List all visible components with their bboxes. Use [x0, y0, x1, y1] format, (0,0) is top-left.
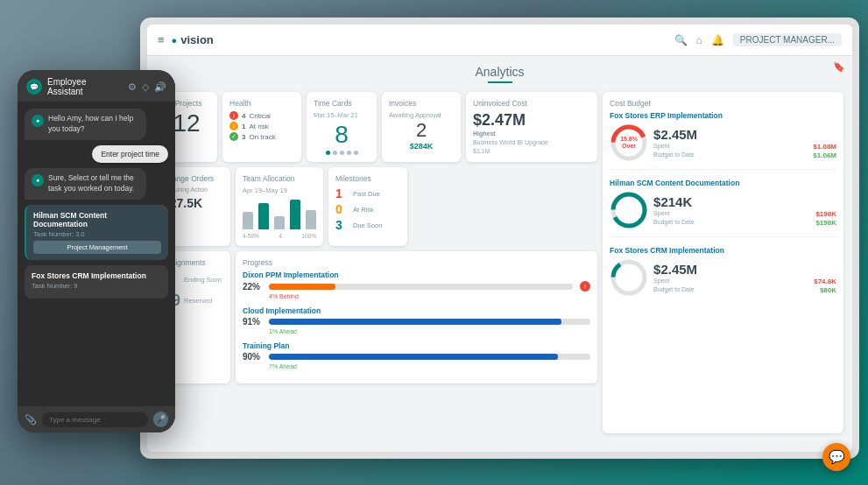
- progress-bar-bg: [269, 284, 573, 290]
- task-name-1: Hilman SCM Content Documentation: [33, 211, 161, 228]
- dot-nav: [314, 151, 370, 155]
- progress-pct: 22%: [243, 282, 265, 292]
- budget-amount: $2.45M: [653, 262, 836, 277]
- team-alloc-title: Team Allocation: [243, 174, 316, 183]
- row-bottom: Assignments 1 Ending Soon 19 Reserved: [156, 251, 597, 383]
- alloc-label-1: 4-50%: [243, 233, 259, 239]
- row-top: My Projects 12 Health ! 4 Critical: [156, 92, 597, 162]
- bookmark-icon[interactable]: 🔖: [833, 61, 845, 73]
- alloc-labels: 4-50% 4 100%: [243, 233, 316, 239]
- alloc-bar-5: [306, 210, 316, 229]
- budget-btd-line: Budget to Date $1.06M: [653, 151, 836, 159]
- bookmark-icon-chat[interactable]: ◇: [142, 81, 149, 93]
- progress-bar-fill: [269, 354, 558, 360]
- health-card: Health ! 4 Critical ! 1 At risk: [222, 92, 301, 162]
- budget-proj-name: Hilman SCM Content Documentation: [610, 179, 836, 187]
- progress-item: Cloud Implementation 91% 1% Ahead: [243, 306, 590, 334]
- health-ontrack: ✓ 3 On track: [229, 132, 294, 141]
- team-alloc-date: Apr 19–May 19: [243, 186, 316, 194]
- home-icon[interactable]: ⌂: [696, 34, 702, 46]
- budget-projects: Fox Stores ERP Implementation 19.8% Over…: [610, 111, 836, 304]
- uninvoiced-card: Uninvoiced Cost $2.47M Highest Business …: [466, 92, 597, 162]
- progress-pct: 91%: [243, 317, 265, 327]
- budget-numbers: $2.45M Spent $1.08M Budget to Date $1.06…: [653, 127, 836, 159]
- task-name-2: Fox Stores CRM Implementation: [32, 271, 161, 280]
- page-title: Analytics 🔖: [147, 56, 852, 87]
- invoices-amount: $284K: [389, 142, 454, 151]
- budget-spent-line: Spent $74.8K: [653, 278, 836, 285]
- progress-row: 22% !: [243, 281, 590, 292]
- task-num-2: Task Number: 9: [32, 282, 161, 290]
- invoices-card: Invoices Awaiting Approval 2 $284K: [382, 92, 461, 162]
- progress-title: Progress: [243, 258, 590, 267]
- task-btn-1[interactable]: Project Management: [33, 241, 161, 254]
- svg-point-3: [613, 194, 645, 226]
- progress-card: Progress Dixon PPM Implementation 22% ! …: [236, 251, 597, 383]
- chat-input[interactable]: [42, 412, 148, 427]
- invoices-count: 2: [389, 119, 454, 142]
- progress-item: Training Plan 90% 7% Ahead: [243, 341, 590, 369]
- budget-btd-line: Budget to Date $80K: [653, 286, 836, 294]
- task-num-1: Task Number: 3.0: [33, 230, 161, 238]
- chat-text-2: Sure, Select or tell me the task you wor…: [48, 173, 139, 194]
- progress-status: 1% Ahead: [269, 328, 590, 334]
- bot-icon: ●: [32, 115, 44, 127]
- enter-time-bubble: Enter project time: [92, 145, 168, 163]
- health-title: Health: [229, 99, 294, 108]
- invoices-subtitle: Awaiting Approval: [389, 111, 454, 119]
- alloc-bar-1: [243, 212, 253, 229]
- phone-body: ● Hello Amy, how can I help you today? E…: [18, 102, 175, 406]
- user-label[interactable]: PROJECT MANAGER...: [733, 33, 842, 46]
- uninvoiced-title: Uninvoiced Cost: [473, 99, 590, 108]
- time-cards-count: 8: [314, 123, 370, 147]
- team-alloc-card: Team Allocation Apr 19–May 19 4-50%: [236, 167, 323, 246]
- alloc-bar-3: [274, 216, 285, 229]
- ontrack-icon: ✓: [229, 132, 238, 141]
- speaker-icon[interactable]: 🔊: [154, 81, 166, 93]
- settings-icon[interactable]: ⚙: [128, 81, 137, 93]
- donut-container: [610, 191, 648, 229]
- notification-icon[interactable]: 🔔: [711, 34, 724, 46]
- budget-spent-line: Spent $1.08M: [653, 143, 836, 151]
- budget-proj-name: Fox Stores CRM Implementation: [610, 246, 836, 255]
- fab-chat-button[interactable]: 💬: [822, 443, 850, 471]
- chat-message-2: ● Sure, Select or tell me the task you w…: [25, 168, 146, 200]
- assistant-title: Employee Assistant: [47, 77, 123, 96]
- budget-numbers: $214K Spent $198K Budget to Date $198K: [653, 194, 836, 227]
- row-middle: Change Orders Requiring Action $27.5K Te…: [156, 167, 597, 246]
- progress-proj-name: Cloud Implementation: [243, 306, 590, 315]
- enter-time-text: Enter project time: [101, 150, 159, 158]
- donut-row: $2.45M Spent $74.8K Budget to Date $80K: [610, 258, 836, 297]
- budget-amount: $214K: [653, 194, 836, 209]
- dot-1: [326, 151, 330, 155]
- budget-project: Fox Stores CRM Implementation $2.45M Spe…: [610, 246, 836, 304]
- hamburger-icon[interactable]: ≡: [158, 33, 165, 46]
- cost-budget-card: Cost Budget Fox Stores ERP Implementatio…: [603, 92, 843, 433]
- cost-budget-title: Cost Budget: [610, 99, 836, 108]
- budget-amount: $2.45M: [653, 127, 836, 142]
- progress-pct: 90%: [243, 352, 265, 362]
- milestones-card: Milestones 1 Past Due 0 At Risk 3: [328, 167, 407, 246]
- milestones-title: Milestones: [335, 174, 400, 183]
- search-icon[interactable]: 🔍: [674, 34, 688, 46]
- time-cards-card: Time Cards Mar 15–Mar 21 8: [307, 92, 377, 162]
- mic-button[interactable]: 🎤: [153, 411, 168, 427]
- laptop-screen: ≡ ● vision 🔍 ⌂ 🔔 PROJECT MANAGER... Anal…: [147, 25, 852, 452]
- budget-project: Hilman SCM Content Documentation $214K S…: [610, 179, 836, 237]
- alloc-bar-4: [290, 200, 300, 229]
- attach-icon[interactable]: 📎: [25, 414, 37, 425]
- alloc-label-3: 100%: [301, 233, 316, 239]
- fab-icon: 💬: [829, 449, 845, 465]
- left-column: My Projects 12 Health ! 4 Critical: [156, 92, 597, 433]
- task-card-2[interactable]: Fox Stores CRM Implementation Task Numbe…: [25, 265, 168, 299]
- donut-container: [610, 258, 648, 297]
- critical-icon: !: [229, 111, 238, 120]
- progress-proj-name: Training Plan: [243, 341, 590, 350]
- donut-container: 19.8% Over: [610, 123, 648, 162]
- invoices-title: Invoices: [389, 99, 454, 108]
- progress-row: 90%: [243, 352, 590, 362]
- alert-badge: !: [580, 281, 590, 292]
- milestone-pastdue: 1 Past Due: [335, 186, 400, 200]
- task-card-1[interactable]: Hilman SCM Content Documentation Task Nu…: [25, 205, 168, 260]
- health-critical: ! 4 Critical: [229, 111, 294, 120]
